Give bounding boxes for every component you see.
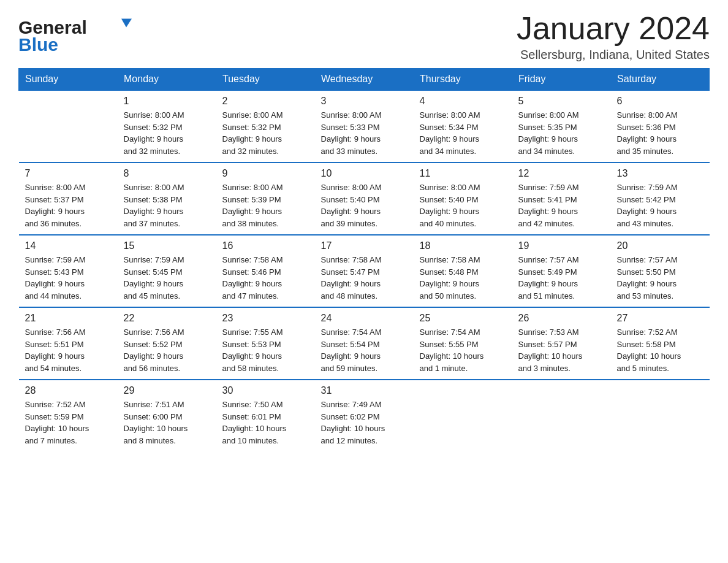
- calendar-week-4: 21Sunrise: 7:56 AM Sunset: 5:51 PM Dayli…: [19, 307, 710, 380]
- calendar-cell: [19, 90, 118, 163]
- calendar-cell: 2Sunrise: 8:00 AM Sunset: 5:32 PM Daylig…: [216, 90, 315, 163]
- day-number: 12: [518, 168, 605, 179]
- col-sunday: Sunday: [19, 69, 118, 91]
- day-number: 10: [321, 168, 408, 179]
- calendar-cell: 16Sunrise: 7:58 AM Sunset: 5:46 PM Dayli…: [216, 235, 315, 307]
- day-number: 4: [420, 96, 506, 107]
- col-monday: Monday: [118, 69, 216, 91]
- calendar-cell: 30Sunrise: 7:50 AM Sunset: 6:01 PM Dayli…: [216, 380, 315, 451]
- calendar-cell: 18Sunrise: 7:58 AM Sunset: 5:48 PM Dayli…: [414, 235, 512, 307]
- day-info: Sunrise: 8:00 AM Sunset: 5:36 PM Dayligh…: [617, 109, 703, 157]
- day-info: Sunrise: 7:50 AM Sunset: 6:01 PM Dayligh…: [222, 399, 309, 446]
- day-info: Sunrise: 8:00 AM Sunset: 5:39 PM Dayligh…: [222, 182, 309, 229]
- day-info: Sunrise: 8:00 AM Sunset: 5:40 PM Dayligh…: [321, 182, 408, 229]
- day-info: Sunrise: 8:00 AM Sunset: 5:32 PM Dayligh…: [124, 109, 210, 157]
- calendar-cell: 12Sunrise: 7:59 AM Sunset: 5:41 PM Dayli…: [512, 163, 611, 235]
- calendar-cell: [611, 380, 710, 451]
- calendar-header-row: Sunday Monday Tuesday Wednesday Thursday…: [19, 69, 710, 91]
- calendar-cell: 20Sunrise: 7:57 AM Sunset: 5:50 PM Dayli…: [611, 235, 710, 307]
- col-saturday: Saturday: [611, 69, 710, 91]
- day-number: 23: [222, 313, 309, 324]
- day-number: 31: [321, 385, 408, 396]
- day-info: Sunrise: 7:59 AM Sunset: 5:43 PM Dayligh…: [25, 254, 112, 302]
- calendar-cell: 11Sunrise: 8:00 AM Sunset: 5:40 PM Dayli…: [414, 163, 512, 235]
- day-info: Sunrise: 8:00 AM Sunset: 5:32 PM Dayligh…: [222, 109, 309, 157]
- day-number: 6: [617, 96, 703, 107]
- title-block: January 2024 Sellersburg, Indiana, Unite…: [517, 12, 710, 62]
- day-number: 21: [25, 313, 112, 324]
- day-info: Sunrise: 7:49 AM Sunset: 6:02 PM Dayligh…: [321, 399, 408, 446]
- day-info: Sunrise: 8:00 AM Sunset: 5:33 PM Dayligh…: [321, 109, 408, 157]
- calendar-cell: 28Sunrise: 7:52 AM Sunset: 5:59 PM Dayli…: [19, 380, 118, 451]
- calendar-cell: 23Sunrise: 7:55 AM Sunset: 5:53 PM Dayli…: [216, 307, 315, 380]
- calendar-week-5: 28Sunrise: 7:52 AM Sunset: 5:59 PM Dayli…: [19, 380, 710, 451]
- calendar-cell: 24Sunrise: 7:54 AM Sunset: 5:54 PM Dayli…: [315, 307, 414, 380]
- day-info: Sunrise: 8:00 AM Sunset: 5:37 PM Dayligh…: [25, 182, 112, 229]
- day-info: Sunrise: 7:58 AM Sunset: 5:46 PM Dayligh…: [222, 254, 309, 302]
- day-number: 28: [25, 385, 112, 396]
- day-number: 30: [222, 385, 309, 396]
- location: Sellersburg, Indiana, United States: [517, 48, 710, 62]
- day-info: Sunrise: 7:57 AM Sunset: 5:49 PM Dayligh…: [518, 254, 605, 302]
- day-info: Sunrise: 7:57 AM Sunset: 5:50 PM Dayligh…: [617, 254, 703, 302]
- calendar-cell: 4Sunrise: 8:00 AM Sunset: 5:34 PM Daylig…: [414, 90, 512, 163]
- day-info: Sunrise: 7:56 AM Sunset: 5:51 PM Dayligh…: [25, 326, 112, 374]
- day-number: 25: [420, 313, 506, 324]
- day-info: Sunrise: 7:54 AM Sunset: 5:54 PM Dayligh…: [321, 326, 408, 374]
- col-thursday: Thursday: [414, 69, 512, 91]
- calendar-cell: 7Sunrise: 8:00 AM Sunset: 5:37 PM Daylig…: [19, 163, 118, 235]
- day-number: 1: [124, 96, 210, 107]
- day-info: Sunrise: 7:59 AM Sunset: 5:45 PM Dayligh…: [124, 254, 210, 302]
- calendar-cell: 22Sunrise: 7:56 AM Sunset: 5:52 PM Dayli…: [118, 307, 216, 380]
- day-number: 2: [222, 96, 309, 107]
- page-header: General Blue January 2024 Sellersburg, I…: [18, 12, 710, 62]
- calendar-cell: 8Sunrise: 8:00 AM Sunset: 5:38 PM Daylig…: [118, 163, 216, 235]
- day-info: Sunrise: 7:56 AM Sunset: 5:52 PM Dayligh…: [124, 326, 210, 374]
- day-info: Sunrise: 7:52 AM Sunset: 5:59 PM Dayligh…: [25, 399, 112, 446]
- calendar-week-3: 14Sunrise: 7:59 AM Sunset: 5:43 PM Dayli…: [19, 235, 710, 307]
- day-number: 16: [222, 240, 309, 251]
- calendar-table: Sunday Monday Tuesday Wednesday Thursday…: [18, 68, 710, 451]
- day-number: 17: [321, 240, 408, 251]
- day-number: 11: [420, 168, 506, 179]
- day-number: 27: [617, 313, 703, 324]
- day-number: 5: [518, 96, 605, 107]
- day-number: 29: [124, 385, 210, 396]
- logo: General Blue: [18, 12, 141, 55]
- day-info: Sunrise: 8:00 AM Sunset: 5:35 PM Dayligh…: [518, 109, 605, 157]
- month-title: January 2024: [517, 12, 710, 44]
- calendar-cell: 27Sunrise: 7:52 AM Sunset: 5:58 PM Dayli…: [611, 307, 710, 380]
- day-number: 15: [124, 240, 210, 251]
- calendar-cell: [414, 380, 512, 451]
- calendar-cell: 6Sunrise: 8:00 AM Sunset: 5:36 PM Daylig…: [611, 90, 710, 163]
- day-number: 26: [518, 313, 605, 324]
- day-info: Sunrise: 7:54 AM Sunset: 5:55 PM Dayligh…: [420, 326, 506, 374]
- day-info: Sunrise: 7:58 AM Sunset: 5:48 PM Dayligh…: [420, 254, 506, 302]
- day-number: 18: [420, 240, 506, 251]
- calendar-cell: 14Sunrise: 7:59 AM Sunset: 5:43 PM Dayli…: [19, 235, 118, 307]
- day-number: 9: [222, 168, 309, 179]
- day-info: Sunrise: 8:00 AM Sunset: 5:38 PM Dayligh…: [124, 182, 210, 229]
- svg-text:Blue: Blue: [18, 34, 58, 55]
- calendar-cell: 13Sunrise: 7:59 AM Sunset: 5:42 PM Dayli…: [611, 163, 710, 235]
- calendar-cell: 21Sunrise: 7:56 AM Sunset: 5:51 PM Dayli…: [19, 307, 118, 380]
- col-tuesday: Tuesday: [216, 69, 315, 91]
- calendar-cell: 31Sunrise: 7:49 AM Sunset: 6:02 PM Dayli…: [315, 380, 414, 451]
- day-info: Sunrise: 7:52 AM Sunset: 5:58 PM Dayligh…: [617, 326, 703, 374]
- calendar-cell: 17Sunrise: 7:58 AM Sunset: 5:47 PM Dayli…: [315, 235, 414, 307]
- day-number: 13: [617, 168, 703, 179]
- calendar-cell: 19Sunrise: 7:57 AM Sunset: 5:49 PM Dayli…: [512, 235, 611, 307]
- day-number: 20: [617, 240, 703, 251]
- day-info: Sunrise: 8:00 AM Sunset: 5:34 PM Dayligh…: [420, 109, 506, 157]
- calendar-cell: 1Sunrise: 8:00 AM Sunset: 5:32 PM Daylig…: [118, 90, 216, 163]
- day-number: 8: [124, 168, 210, 179]
- calendar-cell: 26Sunrise: 7:53 AM Sunset: 5:57 PM Dayli…: [512, 307, 611, 380]
- day-number: 3: [321, 96, 408, 107]
- logo-svg: General Blue: [18, 12, 141, 55]
- calendar-cell: 29Sunrise: 7:51 AM Sunset: 6:00 PM Dayli…: [118, 380, 216, 451]
- day-info: Sunrise: 8:00 AM Sunset: 5:40 PM Dayligh…: [420, 182, 506, 229]
- day-info: Sunrise: 7:55 AM Sunset: 5:53 PM Dayligh…: [222, 326, 309, 374]
- calendar-cell: 15Sunrise: 7:59 AM Sunset: 5:45 PM Dayli…: [118, 235, 216, 307]
- calendar-week-1: 1Sunrise: 8:00 AM Sunset: 5:32 PM Daylig…: [19, 90, 710, 163]
- col-friday: Friday: [512, 69, 611, 91]
